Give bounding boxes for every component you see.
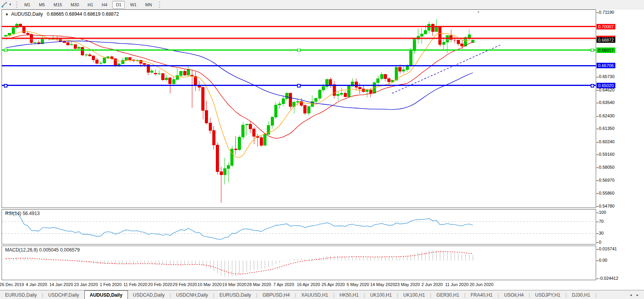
macd-axis-tick: 0.00 bbox=[599, 258, 607, 263]
price-axis-tick: 0.55860 bbox=[599, 191, 615, 195]
tab-separator: | bbox=[595, 290, 597, 299]
chart-tab-dj30-h1[interactable]: DJ30,H1 bbox=[567, 290, 595, 299]
price-axis-tickmark bbox=[597, 168, 598, 168]
date-axis-label: 14 Jan 2020 bbox=[49, 282, 73, 287]
rsi-axis-tickmark bbox=[597, 213, 598, 213]
chart-tab-bar: EURUSD,Daily|USDCHF,DailyAUDUSD,DailyUSD… bbox=[0, 290, 644, 299]
date-axis-label: 7 Apr 2020 bbox=[273, 282, 294, 287]
date-axis-label: 16 Apr 2020 bbox=[297, 282, 320, 287]
rsi-panel[interactable]: RSI(14) 56.4913 bbox=[2, 209, 596, 244]
price-line-label: 0.65020 bbox=[597, 83, 615, 88]
price-axis-tick: 0.63540 bbox=[599, 100, 615, 105]
macd-label: MACD(12,26,9) 0.005045 0.006579 bbox=[5, 247, 80, 253]
chart-tab-ger30-h1[interactable]: GER30,H1 bbox=[431, 290, 464, 299]
macd-axis-tick: 0.015741 bbox=[599, 246, 617, 251]
main-chart-panel[interactable]: ▼ AUDUSD,Daily 0.68665 0.68944 0.68619 0… bbox=[2, 9, 596, 208]
price-axis-tick: 0.54780 bbox=[599, 204, 615, 208]
rsi-axis-tickmark bbox=[597, 233, 598, 234]
chart-tab-hk50-h1[interactable]: HK50,H1 bbox=[334, 290, 364, 299]
rsi-value: 56.4913 bbox=[23, 211, 40, 216]
chart-tab-usdcad-daily[interactable]: USDCAD,Daily bbox=[128, 290, 170, 299]
chart-tab-usoil-h4[interactable]: USOil,H4 bbox=[499, 290, 529, 299]
date-axis-label: 23 May 2020 bbox=[395, 282, 420, 287]
price-axis-tickmark bbox=[597, 155, 598, 155]
price-axis-tick: 0.65730 bbox=[599, 74, 615, 79]
price-axis-tickmark bbox=[597, 206, 598, 207]
toolbar-dropdown-icon[interactable]: ▼ bbox=[9, 3, 12, 6]
price-line-label: 0.68872 bbox=[597, 37, 615, 43]
macd-axis-tickmark bbox=[597, 249, 598, 250]
macd-canvas[interactable] bbox=[2, 246, 596, 280]
date-axis-label: 4 Jan 2020 bbox=[26, 282, 47, 287]
price-axis-tick: 0.59160 bbox=[599, 152, 615, 157]
timeframe-button-m30[interactable]: M30 bbox=[67, 1, 82, 9]
chart-symbol-label: AUDUSD,Daily bbox=[11, 11, 43, 17]
symbol-collapse-icon[interactable]: ▼ bbox=[5, 13, 9, 16]
timeframe-button-d1[interactable]: D1 bbox=[112, 1, 125, 9]
date-axis-label: 10 Mar 2020 bbox=[197, 282, 222, 287]
macd-axis-tick: -0.024412 bbox=[599, 276, 618, 281]
date-axis-label: 23 Jan 2020 bbox=[74, 282, 98, 287]
price-axis-tickmark bbox=[597, 90, 598, 91]
chart-tab-uk100-h1[interactable]: UK100,H1 bbox=[365, 290, 397, 299]
timeframe-button-m15[interactable]: M15 bbox=[50, 1, 65, 9]
macd-axis-tickmark bbox=[597, 279, 598, 279]
main-chart-canvas[interactable] bbox=[2, 10, 596, 208]
price-axis-tick: 0.56970 bbox=[599, 178, 615, 182]
price-axis-tickmark bbox=[597, 116, 598, 117]
timeframe-button-m5[interactable]: M5 bbox=[35, 1, 48, 9]
date-axis-label: 29 Feb 2020 bbox=[173, 282, 197, 287]
chart-tab-fra40-h1[interactable]: FRA40,H1 bbox=[465, 290, 498, 299]
macd-panel[interactable]: MACD(12,26,9) 0.005045 0.006579 bbox=[2, 246, 596, 280]
price-line-label: 0.68017 bbox=[597, 47, 615, 53]
chart-tab-gbpusd-h4[interactable]: GBPUSD,H4 bbox=[257, 290, 295, 299]
chart-tab-eurusd-daily[interactable]: EURUSD,Daily bbox=[214, 290, 256, 299]
price-line-label: 0.66706 bbox=[597, 63, 615, 68]
chart-tab-usdcnh-daily[interactable]: USDCNH,Daily bbox=[171, 290, 213, 299]
date-axis-label: 25 Apr 2020 bbox=[321, 282, 345, 287]
top-toolbar: ▼ M1M5M15M30H1H4D1W1MN bbox=[0, 0, 644, 9]
price-axis-tickmark bbox=[597, 193, 598, 194]
date-axis-label: 20 Jun 2020 bbox=[470, 282, 494, 287]
timeframe-button-h1[interactable]: H1 bbox=[84, 1, 97, 9]
rsi-axis-tickmark bbox=[597, 242, 598, 243]
date-axis-label: 20 Feb 2020 bbox=[148, 282, 172, 287]
date-axis-label: 26 Dec 2019 bbox=[0, 282, 24, 287]
chart-tab-usdchf-daily[interactable]: USDCHF,Daily bbox=[43, 290, 84, 299]
chart-ohlc-values: 0.68665 0.68944 0.68619 0.68872 bbox=[47, 11, 119, 17]
date-axis-label: 5 May 2020 bbox=[347, 282, 369, 287]
chart-tab-usdjpy-h1[interactable]: USDJPY,H1 bbox=[530, 290, 566, 299]
price-axis-tick: 0.61350 bbox=[599, 126, 615, 131]
rsi-axis-tickmark bbox=[597, 222, 598, 222]
price-axis-tick: 0.62430 bbox=[599, 113, 615, 118]
rsi-label: RSI(14) 56.4913 bbox=[5, 211, 40, 216]
date-axis-label: 11 Jun 2020 bbox=[445, 282, 469, 287]
timeframe-button-w1[interactable]: W1 bbox=[126, 1, 140, 9]
price-axis-tickmark bbox=[597, 129, 598, 129]
price-axis-tickmark bbox=[597, 142, 598, 142]
tabs-scroll-right-icon[interactable]: ▸ bbox=[637, 293, 639, 297]
date-axis-label: 1 Feb 2020 bbox=[100, 282, 122, 287]
macd-values: 0.005045 0.006579 bbox=[39, 247, 80, 253]
chart-tab-uk100-h1[interactable]: UK100,H1 bbox=[398, 290, 430, 299]
toolbar-grip-2[interactable] bbox=[159, 2, 160, 8]
tabs-scroll-left-icon[interactable]: ◂ bbox=[630, 293, 632, 297]
date-axis-label: 11 Feb 2020 bbox=[124, 282, 148, 287]
price-axis-tickmark bbox=[597, 13, 598, 13]
chart-tab-eurusd-daily[interactable]: EURUSD,Daily bbox=[0, 290, 42, 299]
chart-tab-audusd-daily[interactable]: AUDUSD,Daily bbox=[84, 290, 128, 299]
timeframe-button-m1[interactable]: M1 bbox=[21, 1, 34, 9]
date-axis-label: 19 Mar 2020 bbox=[222, 282, 246, 287]
chart-shift-marker-icon[interactable]: ▲ bbox=[477, 10, 480, 13]
rsi-axis-tick: 0 bbox=[599, 240, 601, 244]
date-axis-label: 14 May 2020 bbox=[370, 282, 395, 287]
price-axis-tickmark bbox=[597, 77, 598, 77]
chart-title: ▼ AUDUSD,Daily 0.68665 0.68944 0.68619 0… bbox=[5, 11, 119, 17]
line-studies-icon[interactable] bbox=[1, 2, 8, 8]
date-axis-label: 2 Jun 2020 bbox=[421, 282, 443, 287]
rsi-canvas[interactable] bbox=[2, 210, 596, 244]
toolbar-grip[interactable] bbox=[16, 2, 17, 8]
timeframe-button-h4[interactable]: H4 bbox=[98, 1, 111, 9]
chart-tab-xauusd-h1[interactable]: XAUUSD,H1 bbox=[296, 290, 333, 299]
timeframe-button-mn[interactable]: MN bbox=[142, 1, 155, 9]
